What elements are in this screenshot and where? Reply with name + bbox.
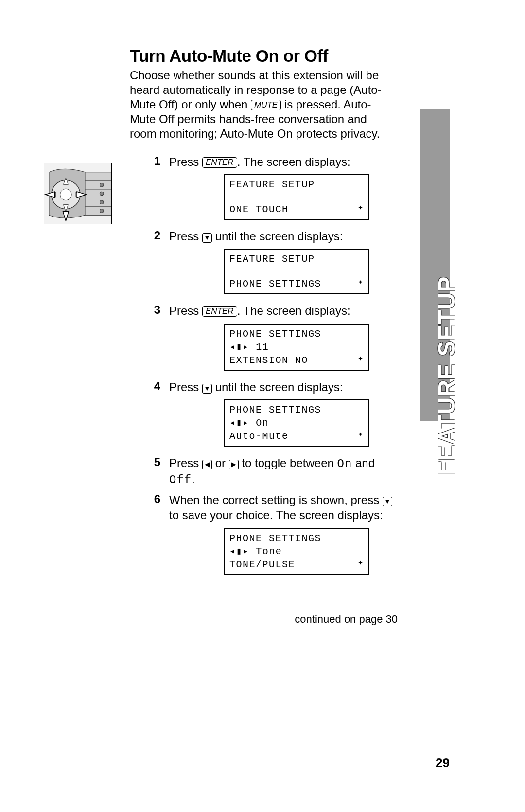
step-post: . The screen displays: (237, 304, 350, 317)
lcd-display-4: PHONE SETTINGS ◂▮▸ On Auto-Mute✦ (224, 399, 369, 447)
svg-point-8 (100, 200, 104, 204)
svg-rect-1 (85, 172, 111, 216)
page-number: 29 (436, 756, 450, 771)
lcd-line: FEATURE SETUP (229, 253, 315, 266)
svg-point-7 (100, 192, 104, 196)
lr-arrows-icon: ◂▮▸ (229, 546, 249, 557)
lcd-line: ◂▮▸ Tone (229, 545, 282, 558)
svg-point-9 (100, 209, 104, 213)
t: and (352, 456, 375, 469)
step-number: 4 (141, 379, 169, 395)
step-3: 3 Press ENTER. The screen displays: (141, 303, 394, 318)
step-number: 5 (141, 455, 169, 487)
lcd-display-3: PHONE SETTINGS ◂▮▸ 11 EXTENSION NO✦ (224, 324, 369, 371)
enter-keycap: ENTER (202, 306, 237, 317)
lcd-line: PHONE SETTINGS (229, 403, 321, 416)
svg-point-6 (100, 183, 104, 187)
manual-page: Turn Auto-Mute On or Off Choose whether … (0, 0, 525, 812)
step-body: Press ENTER. The screen displays: (169, 154, 394, 169)
step-body: When the correct setting is shown, press… (169, 492, 394, 523)
side-tab-label: FEATURE SETUP (433, 276, 460, 475)
nav-diamond-icon: ✦ (358, 430, 364, 443)
step-4: 4 Press ▼ until the screen displays: (141, 379, 394, 395)
right-keycap: ▶ (229, 460, 239, 469)
t: . (192, 472, 195, 486)
lcd-display-2: FEATURE SETUP PHONE SETTINGS✦ (224, 249, 369, 294)
step-pre: Press (169, 230, 202, 243)
nav-diamond-icon: ✦ (358, 354, 364, 367)
step-number: 3 (141, 303, 169, 318)
svg-point-11 (60, 189, 72, 200)
step-number: 2 (141, 229, 169, 244)
left-keycap: ◀ (202, 460, 212, 469)
step-body: Press ▼ until the screen displays: (169, 379, 394, 395)
step-post: until the screen displays: (212, 230, 343, 243)
value-off: Off (169, 473, 192, 487)
lcd-display-5: PHONE SETTINGS ◂▮▸ Tone TONE/PULSE✦ (224, 528, 369, 575)
step-number: 1 (141, 154, 169, 169)
step-number: 6 (141, 492, 169, 523)
lcd-line: Auto-Mute (229, 430, 289, 443)
t: to toggle between (239, 456, 337, 469)
step-post: until the screen displays: (212, 380, 343, 394)
lcd-line: ONE TOUCH (229, 203, 289, 216)
step-5: 5 Press ◀ or ▶ to toggle between On and … (141, 455, 394, 487)
enter-keycap: ENTER (202, 157, 237, 168)
step-body: Press ▼ until the screen displays: (169, 229, 394, 244)
value-on: On (337, 457, 352, 470)
lcd-line: PHONE SETTINGS (229, 327, 321, 341)
section-title: Turn Auto-Mute On or Off (130, 46, 328, 66)
t: to save your choice. The screen displays… (169, 508, 383, 522)
step-pre: Press (169, 380, 202, 394)
keypad-illustration (44, 163, 112, 224)
nav-diamond-icon: ✦ (358, 203, 364, 216)
step-1: 1 Press ENTER. The screen displays: (141, 154, 394, 169)
lcd-line: PHONE SETTINGS (229, 532, 321, 545)
mute-keycap: MUTE (251, 100, 281, 110)
lcd-line: TONE/PULSE (229, 558, 295, 571)
step-2: 2 Press ▼ until the screen displays: (141, 229, 394, 244)
step-post: . The screen displays: (237, 155, 350, 168)
step-6: 6 When the correct setting is shown, pre… (141, 492, 394, 523)
t: When the correct setting is shown, press (169, 493, 383, 506)
down-keycap: ▼ (383, 497, 392, 506)
lr-arrows-icon: ◂▮▸ (229, 342, 249, 353)
nav-diamond-icon: ✦ (358, 558, 364, 571)
t: or (212, 456, 229, 469)
lcd-line: ◂▮▸ On (229, 416, 269, 430)
lcd-line: ◂▮▸ 11 (229, 341, 269, 354)
lr-arrows-icon: ◂▮▸ (229, 417, 249, 429)
step-body: Press ENTER. The screen displays: (169, 303, 394, 318)
t: Press (169, 456, 202, 469)
step-pre: Press (169, 155, 202, 168)
intro-paragraph: Choose whether sounds at this extension … (130, 68, 392, 141)
continued-note: continued on page 30 (295, 613, 398, 626)
lcd-display-1: FEATURE SETUP ONE TOUCH✦ (224, 174, 369, 220)
steps-list: 1 Press ENTER. The screen displays: FEAT… (141, 154, 394, 584)
lcd-line: EXTENSION NO (229, 354, 308, 367)
down-keycap: ▼ (202, 384, 212, 394)
nav-diamond-icon: ✦ (358, 277, 364, 290)
lcd-line: PHONE SETTINGS (229, 277, 321, 290)
step-pre: Press (169, 304, 202, 317)
down-keycap: ▼ (202, 233, 212, 243)
lcd-line: FEATURE SETUP (229, 178, 315, 191)
step-body: Press ◀ or ▶ to toggle between On and Of… (169, 455, 394, 487)
